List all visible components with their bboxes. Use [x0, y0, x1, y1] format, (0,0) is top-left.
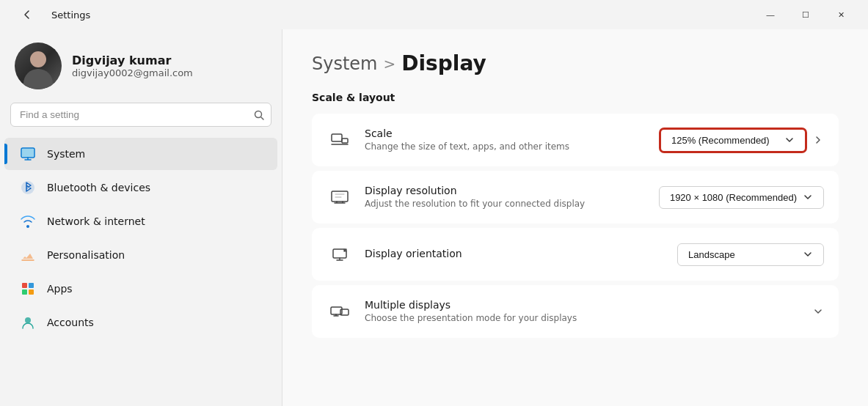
sidebar-label-accounts: Accounts: [47, 317, 94, 328]
orientation-dropdown[interactable]: Landscape: [677, 243, 824, 266]
multiple-displays-title: Multiple displays: [365, 299, 800, 311]
minimize-button[interactable]: —: [754, 3, 787, 26]
sidebar-label-system: System: [47, 148, 85, 160]
svg-rect-10: [342, 139, 348, 143]
search-box: [10, 103, 271, 127]
scale-chevron-right: [812, 134, 824, 146]
title-bar-left: Settings: [10, 3, 90, 26]
title-bar: Settings — ☐ ✕: [0, 0, 868, 29]
sidebar-item-accounts[interactable]: Accounts: [4, 306, 277, 339]
sidebar-item-personalisation[interactable]: Personalisation: [4, 239, 277, 271]
back-button[interactable]: [10, 3, 44, 26]
svg-rect-5: [29, 283, 34, 288]
svg-rect-2: [22, 149, 34, 157]
multiple-displays-control: [812, 306, 824, 317]
sidebar-label-personalisation: Personalisation: [47, 249, 125, 261]
section-title: Scale & layout: [312, 92, 839, 103]
svg-rect-11: [332, 191, 348, 202]
sidebar-item-network[interactable]: Network & internet: [4, 205, 277, 237]
scale-title: Scale: [365, 128, 648, 139]
resolution-value: 1920 × 1080 (Recommended): [670, 192, 797, 203]
scale-dropdown[interactable]: 125% (Recommended): [660, 128, 806, 152]
scale-card: Scale Change the size of text, apps, and…: [312, 114, 839, 166]
breadcrumb-parent[interactable]: System: [312, 53, 378, 74]
resolution-text: Display resolution Adjust the resolution…: [365, 185, 647, 210]
user-email: digvijay0002@gmail.com: [72, 67, 193, 78]
search-input[interactable]: [10, 103, 271, 127]
expand-icon: [812, 306, 824, 317]
sidebar-item-apps[interactable]: Apps: [4, 273, 277, 305]
sidebar-item-bluetooth[interactable]: Bluetooth & devices: [4, 171, 277, 204]
multiple-displays-card: Multiple displays Choose the presentatio…: [312, 285, 839, 338]
close-button[interactable]: ✕: [824, 3, 858, 26]
svg-point-0: [255, 111, 262, 117]
maximize-button[interactable]: ☐: [789, 3, 823, 26]
network-icon: [19, 213, 37, 230]
breadcrumb-current: Display: [401, 51, 486, 75]
scale-desc: Change the size of text, apps, and other…: [365, 141, 648, 153]
svg-rect-4: [22, 283, 27, 288]
scale-control: 125% (Recommended): [660, 128, 824, 152]
svg-point-8: [25, 317, 31, 323]
apps-icon: [19, 280, 37, 298]
app-title: Settings: [51, 10, 90, 21]
main-content: System > Display Scale & layout Scale Ch…: [282, 29, 868, 406]
orientation-title: Display orientation: [365, 248, 665, 259]
sidebar-item-system[interactable]: System: [4, 138, 277, 170]
app-body: Digvijay kumar digvijay0002@gmail.com: [0, 29, 868, 406]
user-profile[interactable]: Digvijay kumar digvijay0002@gmail.com: [0, 29, 282, 103]
multiple-displays-row[interactable]: Multiple displays Choose the presentatio…: [312, 285, 839, 338]
multiple-displays-text: Multiple displays Choose the presentatio…: [365, 299, 800, 325]
system-icon: [19, 145, 37, 163]
orientation-text: Display orientation: [365, 248, 665, 261]
avatar: [15, 43, 62, 89]
multiple-displays-icon: [327, 298, 353, 325]
orientation-card: Display orientation Landscape: [312, 228, 839, 281]
orientation-control: Landscape: [677, 243, 824, 266]
resolution-card: Display resolution Adjust the resolution…: [312, 171, 839, 224]
orientation-value: Landscape: [688, 249, 735, 260]
multiple-displays-desc: Choose the presentation mode for your di…: [365, 312, 800, 325]
bluetooth-icon: [19, 179, 37, 196]
breadcrumb: System > Display: [312, 51, 839, 75]
sidebar-label-bluetooth: Bluetooth & devices: [47, 182, 150, 193]
accounts-icon: [19, 314, 37, 331]
sidebar-label-apps: Apps: [47, 283, 73, 295]
resolution-title: Display resolution: [365, 185, 647, 196]
resolution-dropdown[interactable]: 1920 × 1080 (Recommended): [659, 186, 824, 209]
sidebar: Digvijay kumar digvijay0002@gmail.com: [0, 29, 282, 406]
svg-rect-9: [332, 134, 342, 141]
sidebar-label-network: Network & internet: [47, 215, 145, 227]
scale-icon: [327, 127, 353, 153]
scale-value: 125% (Recommended): [671, 135, 770, 146]
scale-row[interactable]: Scale Change the size of text, apps, and…: [312, 114, 839, 166]
search-icon: [254, 110, 264, 120]
resolution-icon: [327, 184, 353, 210]
resolution-row[interactable]: Display resolution Adjust the resolution…: [312, 171, 839, 224]
user-info: Digvijay kumar digvijay0002@gmail.com: [72, 53, 193, 78]
resolution-control: 1920 × 1080 (Recommended): [659, 186, 824, 209]
svg-rect-7: [29, 289, 34, 295]
scale-text: Scale Change the size of text, apps, and…: [365, 128, 648, 153]
user-name: Digvijay kumar: [72, 53, 193, 67]
breadcrumb-separator: >: [384, 55, 396, 73]
window-controls: — ☐ ✕: [754, 3, 858, 26]
svg-rect-6: [22, 289, 27, 295]
personalisation-icon: [19, 246, 37, 264]
orientation-row[interactable]: Display orientation Landscape: [312, 228, 839, 281]
resolution-desc: Adjust the resolution to fit your connec…: [365, 198, 647, 210]
orientation-icon: [327, 241, 353, 267]
